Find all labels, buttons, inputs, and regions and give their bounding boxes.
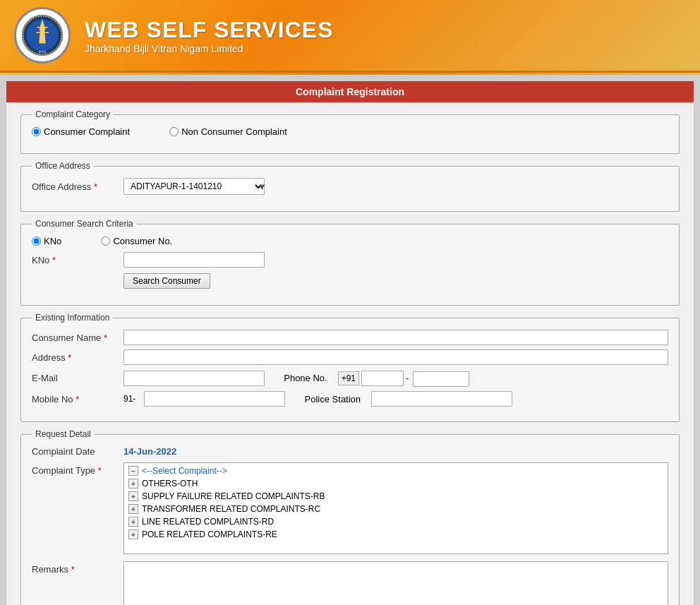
header: JBVNL WEB SELF SERVICES Jharkhand Bijli …: [0, 0, 700, 73]
email-label: E-Mail: [32, 373, 116, 383]
complaint-category-section: Complaint Category Consumer Complaint No…: [20, 109, 680, 154]
police-station-input[interactable]: [371, 391, 512, 407]
request-detail-legend: Request Detail: [32, 429, 95, 439]
expand-icon-1: +: [128, 491, 138, 501]
complaint-line-label: LINE RELATED COMPLAINTS-RD: [142, 517, 274, 527]
separator: [0, 73, 700, 75]
email-phone-row: E-Mail Phone No. +91 -: [32, 369, 668, 387]
mobile-police-row: Mobile No 91- Police Station: [32, 391, 668, 407]
non-consumer-complaint-radio[interactable]: [169, 127, 179, 136]
consumer-complaint-radio[interactable]: [32, 127, 41, 136]
consumer-search-legend: Consumer Search Criteria: [32, 219, 137, 229]
phone-area-input[interactable]: [361, 371, 404, 386]
consumer-name-row: Consumer Name: [32, 330, 668, 345]
kno-radio[interactable]: [32, 236, 41, 246]
complaint-supply-failure-label: SUPPLY FAILURE RELATED COMPLAINTS-RB: [142, 491, 325, 501]
complaint-select-label: <--Select Complaint-->: [142, 466, 227, 476]
page-title-bar: Complaint Registration: [6, 81, 694, 102]
remarks-row: Remarks: [32, 561, 668, 605]
consumer-no-label: Consumer No.: [113, 236, 172, 246]
consumer-search-section: Consumer Search Criteria KNo Consumer No…: [20, 219, 680, 306]
office-address-select[interactable]: ADITYAPUR-1-1401210: [123, 178, 265, 195]
phone-group: +91 -: [338, 369, 470, 387]
non-consumer-complaint-label: Non Consumer Complaint: [181, 126, 287, 137]
complaint-select-default[interactable]: − <--Select Complaint-->: [126, 465, 666, 477]
existing-info-legend: Existing Information: [32, 313, 113, 323]
office-address-section: Office Address Office Address ADITYAPUR-…: [20, 161, 680, 212]
consumer-complaint-label: Consumer Complaint: [44, 126, 130, 137]
complaint-category-row: Consumer Complaint Non Consumer Complain…: [32, 126, 668, 137]
non-consumer-complaint-option[interactable]: Non Consumer Complaint: [169, 126, 287, 137]
expand-icon-2: +: [128, 504, 138, 514]
mobile-input[interactable]: [144, 391, 285, 407]
office-address-label: Office Address: [32, 181, 116, 192]
app-title: WEB SELF SERVICES: [85, 17, 333, 43]
office-address-legend: Office Address: [32, 161, 94, 171]
complaint-pole-label: POLE RELATED COMPLAINTS-RE: [142, 529, 277, 539]
search-criteria-radio-row: KNo Consumer No.: [32, 236, 668, 246]
phone-dash: -: [406, 373, 409, 383]
expand-icon-0: +: [128, 479, 138, 489]
consumer-no-radio[interactable]: [101, 236, 110, 246]
email-input[interactable]: [123, 371, 265, 386]
mobile-label: Mobile No: [32, 394, 116, 405]
complaint-date-value: 14-Jun-2022: [123, 446, 176, 457]
complaint-type-row: Complaint Type − <--Select Complaint--> …: [32, 462, 668, 554]
expand-icon-3: +: [128, 517, 138, 527]
kno-field-label: KNo: [32, 255, 116, 265]
app-subtitle: Jharkhand Bijli Vitran Nigam Limited: [85, 43, 333, 54]
phone-country-code: +91: [338, 371, 359, 385]
address-input[interactable]: [123, 349, 668, 365]
phone-label: Phone No.: [284, 373, 327, 383]
complaint-category-legend: Complaint Category: [32, 109, 114, 119]
consumer-name-input[interactable]: [123, 330, 668, 345]
kno-input-row: KNo: [32, 252, 668, 268]
complaint-date-row: Complaint Date 14-Jun-2022: [32, 446, 668, 457]
complaint-line[interactable]: + LINE RELATED COMPLAINTS-RD: [126, 515, 666, 528]
office-address-row: Office Address ADITYAPUR-1-1401210 ▼: [32, 178, 668, 195]
remarks-textarea[interactable]: [123, 561, 668, 605]
complaint-supply-failure[interactable]: + SUPPLY FAILURE RELATED COMPLAINTS-RB: [126, 490, 666, 503]
search-consumer-button[interactable]: Search Consumer: [123, 273, 210, 289]
complaint-transformer[interactable]: + TRANSFORMER RELATED COMPLAINTS-RC: [126, 503, 666, 515]
search-button-row: Search Consumer: [32, 273, 668, 289]
page-title: Complaint Registration: [296, 86, 404, 97]
main-content: Complaint Registration Complaint Categor…: [6, 80, 694, 605]
remarks-label: Remarks: [32, 564, 116, 575]
mobile-prefix: 91-: [123, 394, 135, 404]
header-text: WEB SELF SERVICES Jharkhand Bijli Vitran…: [85, 17, 333, 54]
existing-info-section: Existing Information Consumer Name Addre…: [20, 313, 680, 422]
complaint-type-label: Complaint Type: [32, 465, 116, 476]
kno-label: KNo: [44, 236, 61, 246]
complaint-date-label: Complaint Date: [32, 446, 116, 457]
request-detail-section: Request Detail Complaint Date 14-Jun-202…: [20, 429, 680, 605]
address-label: Address: [32, 352, 116, 363]
complaint-others[interactable]: + OTHERS-OTH: [126, 477, 666, 490]
consumer-name-label: Consumer Name: [32, 333, 116, 343]
complaint-type-list[interactable]: − <--Select Complaint--> + OTHERS-OTH + …: [123, 462, 668, 554]
svg-text:JBVNL: JBVNL: [38, 51, 47, 54]
phone-number-input[interactable]: [413, 371, 469, 387]
police-station-label: Police Station: [305, 394, 361, 405]
complaint-pole[interactable]: + POLE RELATED COMPLAINTS-RE: [126, 528, 666, 541]
organization-logo: JBVNL: [14, 7, 71, 64]
collapse-icon: −: [128, 466, 138, 476]
kno-input[interactable]: [123, 252, 265, 268]
expand-icon-4: +: [128, 529, 138, 539]
complaint-others-label: OTHERS-OTH: [142, 479, 198, 489]
consumer-no-option[interactable]: Consumer No.: [101, 236, 172, 246]
address-row: Address: [32, 349, 668, 365]
complaint-transformer-label: TRANSFORMER RELATED COMPLAINTS-RC: [142, 504, 320, 514]
kno-option[interactable]: KNo: [32, 236, 61, 246]
consumer-complaint-option[interactable]: Consumer Complaint: [32, 126, 130, 137]
